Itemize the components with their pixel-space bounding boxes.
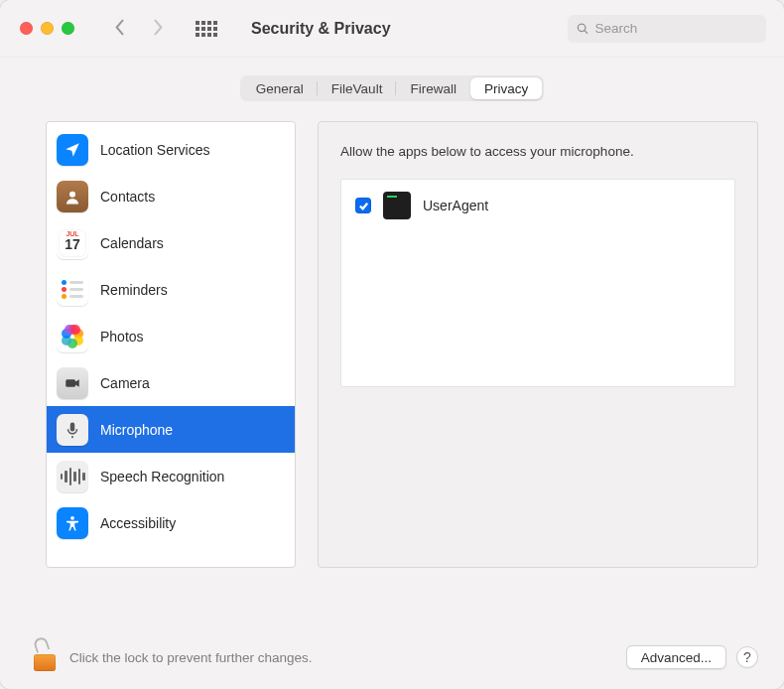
svg-rect-2: [70, 422, 75, 431]
photos-icon: [57, 321, 88, 352]
toolbar: Security & Privacy: [0, 0, 784, 58]
sidebar-item-label: Reminders: [100, 282, 168, 298]
nav-buttons: [114, 18, 164, 40]
sidebar-item-photos[interactable]: Photos: [47, 313, 295, 359]
sidebar-item-camera[interactable]: Camera: [47, 359, 295, 406]
contacts-icon: [57, 181, 88, 212]
close-window-button[interactable]: [20, 22, 33, 35]
minimize-window-button[interactable]: [41, 22, 54, 35]
app-icon: [383, 192, 411, 219]
sidebar-item-label: Speech Recognition: [100, 469, 224, 484]
sidebar-item-speech[interactable]: Speech Recognition: [47, 453, 295, 499]
show-all-button[interactable]: [196, 21, 217, 37]
tab-general[interactable]: General: [242, 77, 318, 99]
camera-icon: [57, 367, 88, 399]
lock-body-icon: [34, 654, 56, 671]
search-icon: [577, 22, 589, 36]
microphone-icon: [57, 414, 88, 446]
detail-heading: Allow the apps below to access your micr…: [340, 144, 735, 159]
lock-shackle-icon: [33, 635, 51, 653]
tab-bar: General FileVault Firewall Privacy: [0, 58, 784, 113]
app-name: UserAgent: [423, 198, 488, 213]
sidebar-item-label: Photos: [100, 329, 144, 344]
sidebar-item-location[interactable]: Location Services: [47, 126, 295, 173]
window-controls: [20, 22, 74, 35]
segmented-control: General FileVault Firewall Privacy: [240, 75, 544, 101]
tab-filevault[interactable]: FileVault: [318, 77, 397, 99]
sidebar-item-label: Calendars: [100, 235, 164, 251]
footer: Click the lock to prevent further change…: [0, 625, 784, 689]
advanced-button[interactable]: Advanced...: [626, 645, 726, 669]
search-input[interactable]: [595, 21, 757, 36]
calendar-icon: JUL 17: [57, 227, 88, 259]
location-arrow-icon: [57, 134, 88, 166]
svg-point-0: [69, 191, 75, 197]
zoom-window-button[interactable]: [62, 22, 74, 35]
app-permission-list: UserAgent: [340, 179, 735, 387]
accessibility-icon: [57, 507, 88, 539]
privacy-category-list[interactable]: Location Services Contacts JUL 17: [47, 122, 295, 567]
checkmark-icon: [358, 201, 369, 211]
sidebar-item-reminders[interactable]: Reminders: [47, 266, 295, 313]
sidebar-item-contacts[interactable]: Contacts: [47, 173, 295, 219]
detail-pane: Allow the apps below to access your micr…: [318, 121, 758, 568]
tab-privacy[interactable]: Privacy: [470, 77, 542, 99]
sidebar-item-label: Location Services: [100, 142, 210, 158]
sidebar-item-label: Microphone: [100, 422, 173, 438]
tab-firewall[interactable]: Firewall: [396, 77, 470, 99]
search-field[interactable]: [568, 15, 766, 43]
sidebar-item-label: Camera: [100, 375, 150, 391]
sidebar-item-label: Contacts: [100, 189, 155, 205]
svg-point-3: [70, 515, 74, 519]
back-button[interactable]: [114, 18, 126, 40]
forward-button[interactable]: [152, 18, 164, 40]
reminders-icon: [57, 274, 88, 306]
sidebar-item-label: Accessibility: [100, 515, 176, 531]
preferences-window: Security & Privacy General FileVault Fir…: [0, 0, 784, 689]
lock-button[interactable]: [34, 643, 56, 671]
content-area: Location Services Contacts JUL 17: [0, 113, 784, 625]
sidebar-item-accessibility[interactable]: Accessibility: [47, 499, 295, 546]
sidebar-item-calendars[interactable]: JUL 17 Calendars: [47, 219, 295, 266]
app-checkbox[interactable]: [355, 198, 371, 213]
lock-hint-text: Click the lock to prevent further change…: [69, 650, 313, 665]
sidebar-item-microphone[interactable]: Microphone: [47, 406, 295, 453]
app-row: UserAgent: [355, 192, 720, 219]
calendar-day: 17: [65, 237, 80, 251]
svg-rect-1: [65, 379, 75, 387]
help-button[interactable]: ?: [736, 646, 758, 668]
sidebar-container: Location Services Contacts JUL 17: [46, 121, 296, 568]
speech-recognition-icon: [57, 461, 88, 492]
window-title: Security & Privacy: [251, 20, 391, 38]
